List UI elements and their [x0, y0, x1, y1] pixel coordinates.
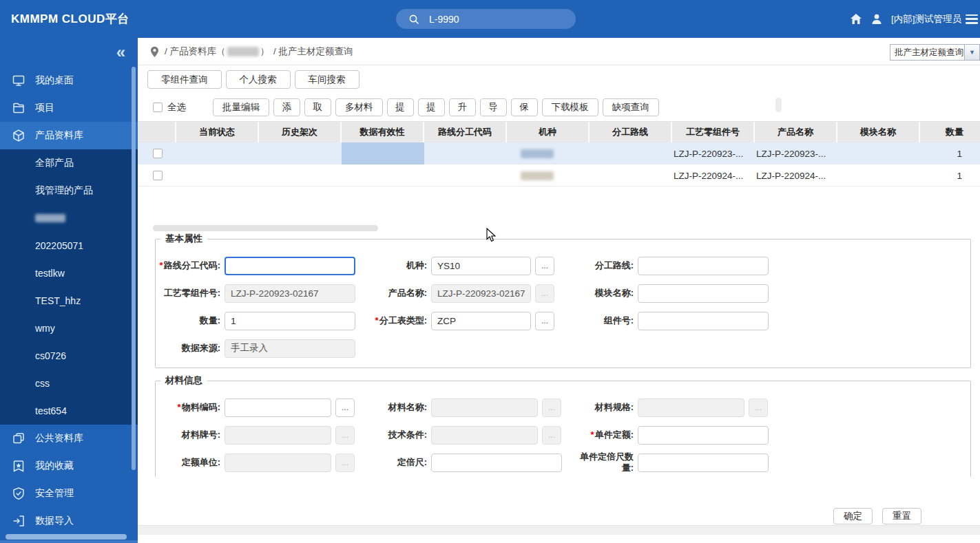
col-product-name[interactable]: 产品名称: [755, 122, 837, 142]
sidebar-vertical-scrollbar[interactable]: [132, 67, 136, 470]
table-row[interactable]: LZJ-P-220924-... LZJ-P-220924-... 1: [138, 164, 980, 187]
select-all-checkbox[interactable]: [153, 103, 163, 112]
basic-properties-legend: 基本属性: [160, 233, 207, 245]
missing-item-query-button[interactable]: 缺项查询: [603, 98, 659, 116]
main-content: / 产品资料库（ ） / 批产主材定额查询 批产主材定额查询 ▼ 零组件查询 个…: [138, 38, 980, 543]
sidebar-horizontal-scrollbar[interactable]: [6, 534, 127, 540]
home-button[interactable]: [847, 10, 865, 28]
user-icon: [870, 12, 884, 26]
sidebar-item-all-products[interactable]: 全部产品: [0, 149, 138, 177]
row-checkbox[interactable]: [153, 171, 163, 180]
sidebar-item-202205071[interactable]: 202205071: [0, 232, 138, 259]
home-icon: [849, 12, 863, 26]
qty-input[interactable]: [225, 312, 355, 330]
machine-type-input[interactable]: [431, 257, 531, 275]
col-data-validity[interactable]: 数据有效性: [342, 122, 424, 142]
machine-type-lookup-button[interactable]: ...: [535, 257, 554, 275]
table-type-lookup-button[interactable]: ...: [535, 312, 554, 330]
submit-button-2[interactable]: 提: [418, 98, 445, 116]
breadcrumb-segment: ）: [260, 45, 270, 58]
material-code-input[interactable]: [225, 398, 331, 417]
fixed-length-qty-input[interactable]: [638, 454, 769, 472]
field-product-name: 产品名称: ...: [362, 284, 569, 303]
table-type-input[interactable]: [431, 312, 531, 330]
personal-search-button[interactable]: 个人搜索: [226, 70, 291, 89]
sidebar-item-projects[interactable]: 项目: [0, 94, 138, 122]
selected-cell[interactable]: [342, 142, 424, 164]
sidebar-item-data-import[interactable]: 数据导入: [0, 507, 138, 535]
location-pin-icon: [150, 46, 159, 58]
page-select-dropdown[interactable]: 批产主材定额查询 ▼: [890, 44, 980, 61]
sidebar-item-testlkw[interactable]: testlkw: [0, 259, 138, 287]
col-history-batch[interactable]: 历史架次: [259, 122, 342, 142]
submit-button-1[interactable]: 提: [387, 98, 414, 116]
sidebar-item-cs0726[interactable]: cs0726: [0, 342, 138, 370]
confirm-button[interactable]: 确定: [833, 508, 873, 524]
product-name-input: [431, 284, 531, 303]
table-row[interactable]: LZJ-P-220923-... LZJ-P-220923-... 1: [138, 142, 980, 164]
module-name-input[interactable]: [638, 284, 769, 303]
logged-in-user: [内部]测试管理员: [891, 13, 961, 25]
route-input[interactable]: [638, 257, 769, 275]
field-tech-condition: 技术条件: ...: [362, 426, 569, 445]
copy-icon: [12, 432, 25, 445]
sidebar-item-redacted[interactable]: [0, 204, 138, 232]
take-button[interactable]: 取: [304, 98, 331, 116]
sidebar-item-label: cs0726: [35, 350, 66, 361]
sidebar-item-security[interactable]: 安全管理: [0, 480, 138, 507]
sidebar-item-my-managed-products[interactable]: 我管理的产品: [0, 177, 138, 204]
sidebar-item-label: 产品资料库: [35, 129, 83, 142]
upgrade-button[interactable]: 升: [449, 98, 476, 116]
sidebar-item-css[interactable]: css: [0, 370, 138, 397]
search-input[interactable]: [429, 14, 553, 25]
field-fixed-length-qty: 单件定倍尺数量:: [569, 451, 775, 473]
sidebar-item-product-library[interactable]: 产品资料库: [0, 122, 138, 149]
col-part-no[interactable]: 工艺零组件号: [672, 122, 755, 142]
chevron-down-icon[interactable]: ▼: [964, 45, 979, 60]
fixed-length-input[interactable]: [431, 454, 562, 472]
material-code-lookup-button[interactable]: ...: [335, 398, 355, 417]
col-route[interactable]: 分工路线: [590, 122, 672, 142]
col-module-name[interactable]: 模块名称: [837, 122, 920, 142]
user-button[interactable]: [868, 10, 886, 28]
comp-no-input[interactable]: [638, 312, 769, 330]
unit-quota-input[interactable]: [638, 426, 769, 445]
mini-vertical-scrollbar[interactable]: [775, 98, 782, 112]
sidebar-item-test-hhz[interactable]: TEST_hhz: [0, 287, 138, 315]
breadcrumb-bar: / 产品资料库（ ） / 批产主材定额查询 批产主材定额查询 ▼: [138, 38, 980, 65]
sidebar-item-public-library[interactable]: 公共资料库: [0, 425, 138, 452]
workshop-search-button[interactable]: 车间搜索: [295, 70, 359, 89]
sidebar-item-test654[interactable]: test654: [0, 397, 138, 425]
save-button[interactable]: 保: [511, 98, 538, 116]
col-current-status[interactable]: 当前状态: [176, 122, 259, 142]
row-checkbox[interactable]: [153, 149, 163, 158]
sidebar-item-wmy[interactable]: wmy: [0, 315, 138, 342]
download-template-button[interactable]: 下载模板: [542, 98, 598, 116]
global-search[interactable]: [396, 9, 576, 29]
add-button[interactable]: 添: [273, 98, 300, 116]
redacted-text: [227, 47, 259, 56]
material-name-lookup-button: ...: [542, 398, 561, 417]
redacted-text: [521, 171, 554, 180]
reset-button[interactable]: 重置: [882, 508, 921, 524]
export-button[interactable]: 导: [480, 98, 507, 116]
sidebar-item-favorites[interactable]: 我的收藏: [0, 452, 138, 480]
table-gap: [138, 187, 980, 233]
field-qty: 数量:: [156, 312, 362, 330]
select-all-label: 全选: [167, 101, 186, 114]
col-route-code[interactable]: 路线分工代码: [424, 122, 507, 142]
multi-material-button[interactable]: 多材料: [335, 98, 383, 116]
horizontal-scrollbar[interactable]: [153, 225, 378, 231]
sidebar-item-label: 我的桌面: [35, 74, 74, 87]
breadcrumb-segment[interactable]: / 产品资料库（: [165, 45, 226, 58]
menu-button[interactable]: [966, 14, 978, 24]
material-info-legend: 材料信息: [160, 374, 207, 387]
sidebar-collapse-button[interactable]: «: [116, 43, 125, 61]
batch-edit-button[interactable]: 批量编辑: [213, 98, 269, 116]
sidebar-item-my-desktop[interactable]: 我的桌面: [0, 67, 138, 94]
sidebar-item-label: 我管理的产品: [35, 184, 93, 197]
col-machine-type[interactable]: 机种: [507, 122, 590, 142]
col-qty[interactable]: 数量: [920, 122, 980, 142]
part-query-button[interactable]: 零组件查询: [147, 70, 222, 89]
route-code-input[interactable]: [225, 257, 355, 275]
